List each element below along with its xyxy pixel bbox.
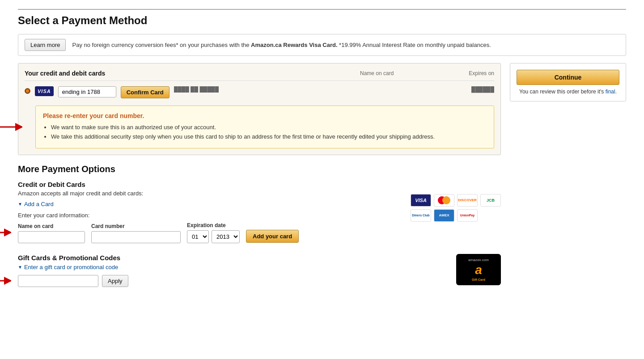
visa-icon: VISA: [411, 194, 431, 207]
rewards-banner-text: Pay no foreign currency conversion fees*…: [72, 41, 491, 50]
name-on-card-input[interactable]: [18, 231, 85, 243]
left-section: Your credit and debit cards Name on card…: [18, 63, 501, 298]
continue-button[interactable]: Continue: [517, 70, 619, 85]
name-label: Name on card: [18, 223, 85, 229]
visa-logo: VISA: [35, 86, 54, 96]
name-on-card-field: Name on card: [18, 223, 85, 243]
warning-title: Please re-enter your card number.: [43, 112, 487, 119]
main-layout: Your credit and debit cards Name on card…: [18, 63, 626, 298]
card-number-label: Card number: [91, 223, 181, 229]
jcb-icon: JCB: [480, 194, 501, 207]
right-section: Continue You can review this order befor…: [510, 63, 626, 101]
card-number-form-input[interactable]: [91, 231, 181, 243]
add-your-card-button[interactable]: Add your card: [246, 230, 299, 243]
arrow-icon-gift: [0, 276, 11, 286]
gift-card-text: Gift Card: [472, 278, 485, 281]
rewards-banner: Learn more Pay no foreign currency conve…: [18, 34, 626, 56]
card-icons-row-2: Diners Club AMEX UnionPay: [411, 209, 501, 222]
triangle-icon: ▼: [18, 202, 22, 207]
masked-name: ████ ██ █████: [174, 86, 246, 93]
credit-debit-desc: Amazon accepts all major credit and debi…: [18, 190, 393, 197]
warning-item-1: We want to make sure this is an authoriz…: [51, 123, 487, 132]
cards-section: Your credit and debit cards Name on card…: [18, 63, 501, 155]
exp-month-select[interactable]: 01020304 05060708 09101112: [187, 230, 209, 243]
card-form: Name on card Card number Expiration date: [18, 222, 393, 243]
warning-item-2: We take this additional security step on…: [51, 132, 487, 142]
warning-container: Please re-enter your card number. We wan…: [25, 106, 494, 148]
more-payment-heading: More Payment Options: [18, 164, 501, 174]
gift-cards-title: Gift Cards & Promotional Codes: [18, 254, 443, 262]
arrow-icon: [0, 122, 22, 132]
card-row: VISA Confirm Card ████ ██ █████ ██████: [25, 86, 494, 98]
arrow-icon-form: [0, 228, 11, 237]
card-icons-row-1: VISA DISCOVER: [411, 194, 501, 207]
masked-expires: ██████: [471, 86, 494, 93]
page-title: Select a Payment Method: [18, 9, 626, 27]
warning-list: We want to make sure this is an authoriz…: [43, 123, 487, 142]
enter-card-info-label: Enter your card information:: [18, 212, 393, 219]
exp-label: Expiration date: [187, 222, 240, 228]
expiration-group: Expiration date 01020304 05060708 091011…: [187, 222, 240, 243]
credit-debit-subsection: Credit or Debit Cards Amazon accepts all…: [18, 181, 501, 243]
amex-icon: AMEX: [434, 209, 454, 222]
card-radio[interactable]: [25, 88, 30, 94]
col-name-header: Name on card: [360, 70, 449, 76]
page-wrapper: Select a Payment Method Learn more Pay n…: [0, 0, 644, 307]
cards-section-title: Your credit and debit cards: [25, 70, 360, 77]
apply-button[interactable]: Apply: [102, 275, 128, 287]
unionpay-icon: UnionPay: [457, 209, 478, 222]
more-payment-section: More Payment Options Credit or Debit Car…: [18, 164, 501, 287]
warning-box: Please re-enter your card number. We wan…: [35, 106, 494, 148]
confirm-card-button[interactable]: Confirm Card: [121, 86, 169, 98]
diners-icon: Diners Club: [411, 209, 431, 222]
triangle-icon-gift: ▼: [18, 265, 22, 270]
review-text: You can review this order before it's fi…: [517, 89, 619, 95]
exp-year-select[interactable]: 2013201420152016 2017201820192020: [212, 230, 240, 243]
card-number-input[interactable]: [58, 86, 116, 97]
gift-card-logo-container: amazon.com a Gift Card: [456, 254, 501, 285]
cards-section-header: Your credit and debit cards Name on card…: [25, 70, 494, 81]
col-expires-header: Expires on: [449, 70, 494, 76]
card-number-field: Card number: [91, 223, 181, 243]
amazon-a-icon: a: [475, 263, 482, 277]
final-link[interactable]: final: [606, 89, 615, 95]
mastercard-icon: [434, 194, 454, 207]
enter-gift-link[interactable]: ▼ Enter a gift card or promotional code: [18, 264, 118, 270]
discover-icon: DISCOVER: [457, 194, 478, 207]
amazon-gift-card-logo: amazon.com a Gift Card: [456, 254, 501, 285]
add-card-link[interactable]: ▼ Add a Card: [18, 201, 54, 207]
card-icons-container: VISA DISCOVER: [411, 194, 501, 222]
gift-input-row: Apply: [18, 275, 443, 287]
learn-more-button[interactable]: Learn more: [25, 39, 66, 51]
continue-box: Continue You can review this order befor…: [510, 63, 626, 101]
gift-cards-subsection: Gift Cards & Promotional Codes ▼ Enter a…: [18, 254, 501, 287]
gift-code-input[interactable]: [18, 275, 98, 287]
credit-debit-title: Credit or Debit Cards: [18, 181, 393, 188]
